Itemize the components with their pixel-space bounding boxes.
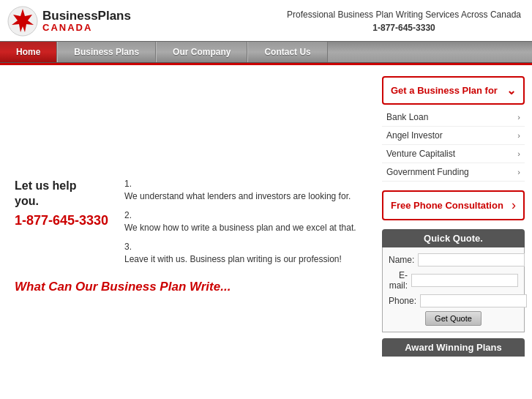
header-contact-info: Professional Business Plan Writing Servi…: [287, 8, 521, 34]
right-sidebar: Get a Business Plan for ⌄ Bank Loan › An…: [378, 72, 532, 360]
name-row: Name:: [389, 253, 518, 266]
what-heading: What Can Our Business Plan Write...: [15, 280, 367, 294]
quick-quote-title: Quick Quote.: [382, 229, 525, 247]
step-2: 2. We know how to write a business plan …: [124, 210, 360, 234]
phone-row: Phone:: [389, 294, 518, 307]
maple-leaf-icon: [7, 6, 38, 37]
plan-venture-capitalist[interactable]: Venture Capitalist ›: [382, 145, 525, 163]
main-content: Let us help you. 1-877-645-3330 1. We un…: [0, 65, 532, 360]
logo-text: Business Plans CANADA: [42, 10, 131, 34]
phone-label: Phone:: [389, 296, 416, 306]
quick-quote-section: Quick Quote. Name: E-mail: Phone: Get Qu…: [382, 229, 525, 332]
email-row: E-mail:: [389, 270, 518, 291]
logo[interactable]: Business Plans CANADA: [7, 6, 131, 37]
steps-section: 1. We understand what lenders and invest…: [117, 179, 367, 272]
name-input[interactable]: [418, 253, 525, 266]
plan-menu: Bank Loan › Angel Investor › Venture Cap…: [382, 108, 525, 182]
help-phone: 1-877-645-3330: [15, 212, 117, 229]
chevron-right-icon: ›: [512, 198, 516, 213]
plan-bank-loan[interactable]: Bank Loan ›: [382, 108, 525, 127]
email-input[interactable]: [411, 274, 518, 287]
nav-home[interactable]: Home: [0, 42, 57, 62]
left-content: Let us help you. 1-877-645-3330 1. We un…: [0, 72, 378, 360]
name-label: Name:: [389, 255, 414, 265]
quick-quote-form: Name: E-mail: Phone: Get Quote: [382, 247, 525, 332]
get-plan-label: Get a Business Plan for: [391, 85, 498, 96]
step-3: 3. Leave it with us. Business plan writi…: [124, 242, 360, 266]
navigation-bar: Home Business Plans Our Company Contact …: [0, 41, 532, 63]
nav-contact-us[interactable]: Contact Us: [247, 42, 327, 62]
phone-consultation-button[interactable]: Free Phone Consultation ›: [382, 190, 525, 220]
award-winning-plans: Award Winning Plans: [382, 338, 525, 357]
phone-input[interactable]: [420, 294, 527, 307]
get-business-plan-button[interactable]: Get a Business Plan for ⌄: [382, 76, 525, 105]
plan-angel-investor[interactable]: Angel Investor ›: [382, 127, 525, 145]
arrow-right-icon: ›: [517, 131, 520, 140]
nav-business-plans[interactable]: Business Plans: [57, 42, 156, 62]
plan-government-funding[interactable]: Government Funding ›: [382, 163, 525, 182]
email-label: E-mail:: [389, 270, 408, 291]
chevron-down-icon: ⌄: [506, 83, 516, 97]
get-quote-button[interactable]: Get Quote: [425, 311, 482, 326]
arrow-right-icon: ›: [517, 168, 520, 176]
page-header: Business Plans CANADA Professional Busin…: [0, 0, 532, 41]
step-1: 1. We understand what lenders and invest…: [124, 179, 360, 203]
arrow-right-icon: ›: [517, 149, 520, 158]
help-section: Let us help you. 1-877-645-3330: [15, 179, 117, 229]
header-tagline: Professional Business Plan Writing Servi…: [287, 8, 521, 21]
nav-our-company[interactable]: Our Company: [156, 42, 247, 62]
consult-label: Free Phone Consultation: [391, 200, 503, 211]
arrow-right-icon: ›: [517, 113, 520, 122]
header-phone: 1-877-645-3330: [287, 21, 521, 34]
help-heading: Let us help you.: [15, 179, 117, 209]
